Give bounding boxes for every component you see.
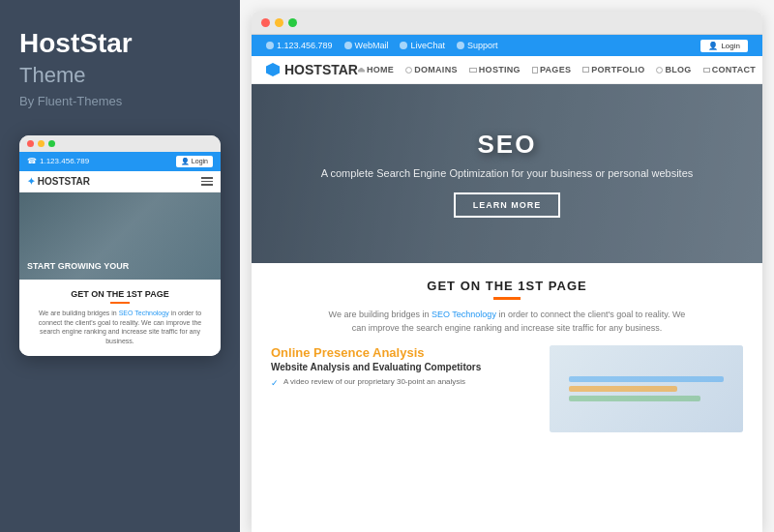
mobile-logo-dark: STAR bbox=[65, 176, 90, 187]
topbar-livechat[interactable]: LiveChat bbox=[400, 41, 445, 50]
blog-icon bbox=[656, 67, 663, 74]
nav-hosting[interactable]: HOSTING bbox=[469, 65, 521, 74]
content-feature-item: ✓ A video review of our proprietary 30-p… bbox=[271, 376, 534, 390]
site-topbar: 1.123.456.789 WebMail LiveChat Support bbox=[252, 35, 762, 56]
preview-screenshot bbox=[550, 345, 743, 432]
mobile-dot-yellow bbox=[38, 140, 45, 147]
desktop-browser: 1.123.456.789 WebMail LiveChat Support bbox=[252, 12, 762, 532]
site-topbar-left: 1.123.456.789 WebMail LiveChat Support bbox=[266, 41, 497, 50]
user-icon: 👤 bbox=[181, 158, 190, 165]
mobile-top-bar: ☎ 1.123.456.789 👤 Login bbox=[19, 152, 221, 171]
preview-bar-3 bbox=[569, 396, 700, 401]
hosting-icon bbox=[469, 68, 477, 73]
pages-icon bbox=[532, 67, 538, 74]
topbar-support[interactable]: Support bbox=[457, 41, 498, 50]
left-panel: HostStar Theme By Fluent-Themes ☎ 1.123.… bbox=[0, 0, 240, 532]
preview-bar-1 bbox=[569, 376, 724, 382]
mobile-logo-blue: HOST bbox=[38, 176, 65, 187]
nav-contact[interactable]: CONTACT bbox=[703, 65, 756, 74]
site-hero: SEO A complete Search Engine Optimizatio… bbox=[252, 84, 762, 263]
mobile-dot-green bbox=[48, 140, 55, 147]
mobile-login-button[interactable]: 👤 Login bbox=[176, 156, 213, 167]
mobile-hamburger-icon[interactable] bbox=[201, 177, 213, 186]
home-icon bbox=[358, 68, 365, 73]
theme-author: By Fluent-Themes bbox=[19, 94, 221, 108]
browser-content: 1.123.456.789 WebMail LiveChat Support bbox=[252, 35, 762, 532]
site-nav-links: HOME DOMAINS HOSTING PAGES bbox=[358, 65, 756, 74]
support-icon bbox=[457, 42, 464, 49]
site-login-button[interactable]: 👤 Login bbox=[700, 40, 748, 52]
site-content: GET ON THE 1ST PAGE We are building brid… bbox=[252, 263, 762, 532]
nav-pages[interactable]: PAGES bbox=[532, 65, 571, 74]
mobile-content: GET ON THE 1ST PAGE We are building brid… bbox=[19, 280, 221, 356]
content-section-title: GET ON THE 1ST PAGE bbox=[271, 279, 743, 293]
content-feature-title: Website Analysis and Evaluating Competit… bbox=[271, 362, 534, 372]
hero-text-content: SEO A complete Search Engine Optimizatio… bbox=[321, 130, 694, 218]
site-logo: HOSTSTAR bbox=[266, 62, 358, 77]
user-icon: 👤 bbox=[708, 42, 718, 50]
mobile-phone-number: ☎ 1.123.456.789 bbox=[27, 157, 89, 165]
mobile-content-title: GET ON THE 1ST PAGE bbox=[29, 289, 211, 299]
nav-portfolio[interactable]: PORTFOLIO bbox=[582, 65, 644, 74]
phone-icon: ☎ bbox=[27, 157, 37, 165]
content-right-preview bbox=[550, 345, 743, 432]
mobile-nav: ✦ HOSTSTAR bbox=[19, 171, 221, 192]
content-two-column: Online Presence Analysis Website Analysi… bbox=[271, 345, 743, 432]
content-description: We are building bridges in SEO Technolog… bbox=[323, 308, 691, 336]
nav-domains[interactable]: DOMAINS bbox=[405, 65, 458, 74]
mobile-dot-red bbox=[27, 140, 34, 147]
mobile-browser-bar bbox=[19, 135, 221, 152]
content-divider bbox=[493, 297, 521, 300]
site-logo-text: HOSTSTAR bbox=[284, 62, 358, 77]
preview-bar-2 bbox=[569, 386, 677, 392]
mobile-hero: START GROWING YOUR bbox=[19, 192, 221, 280]
mobile-content-text: We are building bridges in SEO Technolog… bbox=[29, 309, 211, 346]
right-panel: 1.123.456.789 WebMail LiveChat Support bbox=[240, 0, 774, 532]
nav-blog[interactable]: BLOG bbox=[656, 65, 691, 74]
mail-icon bbox=[344, 42, 352, 49]
content-section-subtitle: Online Presence Analysis bbox=[271, 345, 534, 360]
site-navbar: HOSTSTAR HOME DOMAINS HOSTING bbox=[252, 56, 762, 84]
contact-icon bbox=[703, 68, 710, 73]
domains-icon bbox=[405, 67, 412, 74]
nav-home[interactable]: HOME bbox=[358, 65, 394, 74]
mobile-content-divider bbox=[110, 302, 130, 304]
browser-dot-yellow bbox=[275, 18, 283, 27]
content-left-column: Online Presence Analysis Website Analysi… bbox=[271, 345, 534, 432]
browser-chrome bbox=[252, 12, 762, 35]
hero-subtitle: A complete Search Engine Optimization fo… bbox=[321, 167, 694, 179]
mobile-hero-text: START GROWING YOUR bbox=[27, 261, 129, 272]
mobile-preview: ☎ 1.123.456.789 👤 Login ✦ HOSTSTAR START… bbox=[19, 135, 221, 356]
hero-cta-button[interactable]: LEARN MORE bbox=[454, 192, 561, 218]
mobile-logo: ✦ HOSTSTAR bbox=[27, 176, 90, 187]
phone-icon bbox=[266, 42, 274, 49]
preview-bars bbox=[569, 376, 724, 401]
theme-title: HostStar bbox=[19, 29, 221, 59]
browser-dot-green bbox=[288, 18, 297, 27]
portfolio-icon bbox=[582, 67, 589, 73]
browser-dot-red bbox=[261, 18, 270, 27]
chat-icon bbox=[400, 42, 407, 49]
logo-hexagon-icon bbox=[266, 63, 280, 76]
theme-subtitle: Theme bbox=[19, 63, 221, 88]
topbar-phone: 1.123.456.789 bbox=[266, 41, 333, 50]
hero-main-title: SEO bbox=[321, 130, 694, 160]
checkmark-icon: ✓ bbox=[271, 377, 279, 390]
topbar-webmail[interactable]: WebMail bbox=[344, 41, 389, 50]
